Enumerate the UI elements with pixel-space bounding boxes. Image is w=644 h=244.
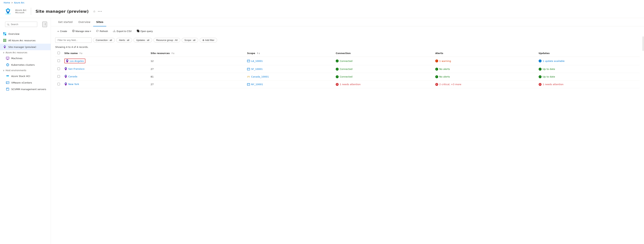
sidebar-item-kubernetes[interactable]: Kubernetes clusters: [0, 61, 51, 68]
refresh-button[interactable]: Refresh: [94, 29, 110, 34]
sidebar-item-overview[interactable]: Overview: [0, 31, 51, 37]
link-canada[interactable]: Canada: [68, 75, 77, 78]
add-filter-button[interactable]: ⊕ Add filter: [200, 38, 217, 42]
checkbox-ny[interactable]: [58, 83, 60, 85]
cell-scope-sf: SF_10001: [245, 65, 334, 73]
svg-rect-13: [4, 41, 5, 42]
sidebar-item-all-resources[interactable]: All Azure Arc resources: [0, 37, 51, 44]
scope-link-ny[interactable]: NY_10001: [247, 83, 331, 86]
col-alerts: Alerts: [433, 50, 536, 57]
tab-get-started[interactable]: Get started: [55, 18, 76, 26]
sidebar-item-machines[interactable]: Machines: [0, 55, 51, 61]
row-checkbox-sf: [55, 65, 62, 73]
sidebar: 《 Overview All Azure Arc resources: [0, 18, 51, 244]
tab-overview[interactable]: Overview: [76, 18, 94, 26]
connection-link-ny[interactable]: 1 needs attention: [340, 83, 360, 86]
check-icon-alerts-canada: ✓: [435, 75, 438, 78]
filter-scope[interactable]: Scope : all: [182, 38, 198, 42]
collapse-sidebar-button[interactable]: 《: [42, 22, 47, 27]
svg-rect-45: [247, 83, 250, 85]
checkbox-los-angeles[interactable]: [58, 60, 60, 62]
svg-rect-17: [6, 57, 9, 59]
sidebar-label-vmware: VMware vCenters: [11, 81, 32, 84]
scope-id-la[interactable]: LA_10001: [251, 60, 263, 62]
pin-icon[interactable]: ☆: [93, 10, 96, 13]
row-checkbox-los-angeles: [55, 57, 62, 65]
filter-alerts[interactable]: Alerts : all: [116, 38, 132, 42]
sidebar-section-arc-resources[interactable]: ∨ Azure Arc resources: [0, 50, 51, 55]
sort-scope-icon[interactable]: ↑↓: [257, 52, 260, 55]
sidebar-label-all-resources: All Azure Arc resources: [8, 39, 36, 42]
col-updates: Updates: [536, 50, 640, 57]
update-link-la[interactable]: 1 update available: [543, 60, 564, 62]
cell-resources-canada: 81: [148, 73, 245, 81]
svg-rect-7: [4, 39, 5, 40]
scope-link-sf[interactable]: SF_10001: [247, 68, 331, 71]
link-sf[interactable]: San Fransisco: [68, 67, 84, 70]
create-button[interactable]: + Create: [55, 29, 69, 34]
error-icon-updates-ny: ✕: [539, 83, 542, 86]
updates-status-la: i 1 update available: [539, 60, 638, 62]
cell-site-name-canada: Canada: [62, 73, 148, 81]
alerts-link-ny[interactable]: 2 critical, +3 more: [439, 83, 461, 86]
checkbox-sf[interactable]: [58, 67, 60, 70]
cell-updates-los-angeles: i 1 update available: [536, 57, 640, 65]
sidebar-item-vmware[interactable]: VMware vCenters: [0, 79, 51, 86]
updates-link-ny[interactable]: 1 needs attention: [543, 83, 564, 86]
scope-link-canada[interactable]: Canada_10001: [247, 75, 331, 78]
cell-scope-los-angeles: LA_10001: [245, 57, 334, 65]
select-all-checkbox[interactable]: [58, 52, 60, 54]
sidebar-item-site-manager[interactable]: Site manager (preview): [0, 44, 51, 50]
cell-scope-ny: NY_10001: [245, 81, 334, 88]
search-input[interactable]: [11, 23, 35, 26]
breadcrumb-home[interactable]: Home: [4, 2, 10, 4]
breadcrumb-separator: >: [11, 2, 13, 4]
filter-resource-group[interactable]: Resource group : All: [154, 38, 180, 42]
svg-rect-27: [6, 76, 9, 77]
svg-point-39: [66, 68, 66, 69]
site-pin-icon: [66, 59, 69, 63]
manage-view-button[interactable]: Manage view ▾: [70, 29, 93, 34]
scope-id-canada[interactable]: Canada_10001: [251, 75, 269, 78]
more-options-icon[interactable]: ···: [98, 10, 102, 13]
filter-input[interactable]: [55, 38, 92, 43]
sidebar-section-label-arc: Azure Arc resources: [6, 51, 27, 54]
check-icon-updates-sf: ✓: [539, 68, 542, 71]
cell-site-name-sf: San Fransisco: [62, 65, 148, 73]
breadcrumb-current[interactable]: Azure Arc: [14, 2, 24, 4]
svg-point-35: [67, 60, 68, 61]
sidebar-item-scvmm[interactable]: SCVMM management servers: [0, 86, 51, 92]
open-query-button[interactable]: Open query: [134, 29, 155, 34]
scope-id-sf[interactable]: SF_10001: [251, 68, 263, 70]
add-filter-label: Add filter: [205, 39, 214, 42]
alerts-status-ny: ✕ 2 critical, +3 more: [435, 83, 534, 86]
table-row: Los Angeles 12 LA_10001 ✓: [55, 57, 640, 65]
svg-rect-5: [5, 34, 6, 35]
sort-site-resources-icon[interactable]: ↑↓: [171, 52, 174, 55]
table-row: San Fransisco 27 SF_10001 ✓: [55, 65, 640, 73]
search-box[interactable]: [5, 22, 37, 27]
filter-updates[interactable]: Updates : all: [134, 38, 152, 42]
alert-link-la[interactable]: 1 warning: [439, 60, 451, 62]
export-csv-button[interactable]: Export to CSV: [111, 29, 134, 34]
row-checkbox-ny: [55, 81, 62, 88]
sidebar-label-kubernetes: Kubernetes clusters: [11, 63, 35, 66]
scope-link-la[interactable]: LA_10001: [247, 60, 331, 62]
svg-point-30: [7, 83, 7, 83]
cell-connection-los-angeles: ✓ Connected: [334, 57, 433, 65]
scope-key-icon: [247, 75, 250, 78]
sidebar-item-azure-stack-hci[interactable]: Azure Stack HCI: [0, 73, 51, 79]
scope-id-ny[interactable]: NY_10001: [251, 83, 263, 86]
sidebar-section-host-env[interactable]: ∨ Host environments: [0, 68, 51, 73]
table-header: Site name ↑↓ Site resources ↑↓ Scope ↑↓ …: [55, 50, 640, 57]
checkbox-canada[interactable]: [58, 75, 60, 78]
updates-status-ny: ✕ 1 needs attention: [539, 83, 638, 86]
tab-sites[interactable]: Sites: [93, 18, 106, 26]
link-los-angeles[interactable]: Los Angeles: [70, 60, 84, 62]
filter-connection[interactable]: Connection : all: [93, 38, 115, 42]
table-body: Los Angeles 12 LA_10001 ✓: [55, 57, 640, 88]
check-icon-updates-canada: ✓: [539, 75, 542, 78]
link-ny[interactable]: New York: [68, 83, 79, 85]
svg-rect-26: [6, 75, 9, 76]
sort-site-name-icon[interactable]: ↑↓: [79, 52, 82, 55]
